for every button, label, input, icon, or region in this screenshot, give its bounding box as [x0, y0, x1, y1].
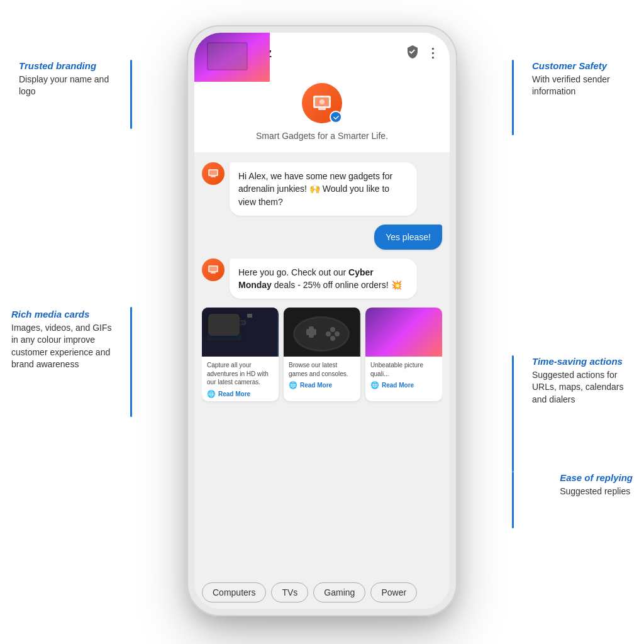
card-camera-read-more[interactable]: 🌐 Read More: [207, 390, 274, 398]
product-card-gaming: Browse our latest games and consoles. 🌐 …: [284, 308, 360, 401]
svg-rect-9: [211, 272, 216, 274]
card-camera-body: Capture all your adventures in HD with o…: [202, 357, 279, 401]
svg-rect-5: [209, 170, 217, 175]
annotation-trusted-branding-desc: Display your name and logo: [19, 74, 119, 98]
shield-icon[interactable]: [405, 44, 420, 62]
svg-point-3: [319, 99, 325, 104]
chat-area: Hi Alex, we have some new gadgets for ad…: [194, 152, 450, 576]
bot-bubble-1: Hi Alex, we have some new gadgets for ad…: [230, 162, 417, 216]
annotation-trusted-branding-title: Trusted branding: [19, 60, 119, 72]
vline-time-saving: [512, 355, 514, 472]
globe-icon-3: 🌐: [370, 381, 379, 389]
card-gaming-body: Browse our latest games and consoles. 🌐 …: [284, 357, 360, 392]
card-gaming-desc: Browse our latest games and consoles.: [289, 361, 355, 378]
annotation-trusted-branding: Trusted branding Display your name and l…: [19, 60, 119, 98]
bot-bubble-2: Here you go. Check out our Cyber Monday …: [230, 258, 417, 299]
card-camera-image: [202, 308, 279, 357]
annotation-customer-safety-desc: With verified sender information: [532, 74, 633, 98]
bot-avatar-1: [202, 162, 225, 185]
annotation-rich-media: Rich media cards Images, videos, and GIF…: [11, 308, 112, 371]
vline-rich-media: [130, 307, 132, 417]
svg-rect-12: [208, 318, 240, 340]
svg-point-13: [216, 320, 226, 330]
product-card-monitor: Unbeatable picture quali... 🌐 Read More: [365, 308, 442, 401]
svg-rect-2: [318, 108, 326, 110]
bot-message-2: Here you go. Check out our Cyber Monday …: [202, 258, 442, 299]
svg-point-26: [330, 336, 335, 341]
user-message-1: Yes please!: [202, 225, 442, 250]
product-card-camera: Capture all your adventures in HD with o…: [202, 308, 279, 401]
svg-rect-8: [209, 267, 217, 271]
annotation-rich-media-desc: Images, videos, and GIFs in any colour i…: [11, 322, 112, 371]
svg-rect-23: [306, 329, 316, 335]
annotation-ease-replying-title: Ease of replying: [560, 472, 633, 484]
phone-screen: ← Gadgetz ⋮: [194, 33, 450, 609]
svg-point-27: [326, 331, 331, 336]
globe-icon-2: 🌐: [289, 381, 297, 389]
vline-trusted-branding: [130, 60, 132, 129]
annotation-time-saving-title: Time-saving actions: [532, 355, 633, 368]
svg-rect-15: [230, 323, 236, 326]
reply-chip-computers[interactable]: Computers: [202, 582, 266, 602]
card-monitor-desc: Unbeatable picture quali...: [370, 361, 437, 378]
svg-point-25: [335, 331, 340, 336]
bot-avatar-2: [202, 258, 225, 281]
reply-chip-power[interactable]: Power: [370, 582, 417, 602]
header-icons: ⋮: [405, 44, 440, 62]
svg-point-21: [295, 318, 348, 350]
phone-shell: ← Gadgetz ⋮: [187, 25, 457, 616]
svg-rect-17: [240, 321, 245, 324]
annotation-time-saving: Time-saving actions Suggested actions fo…: [532, 355, 633, 406]
user-bubble-1: Yes please!: [374, 225, 442, 250]
card-gaming-read-more[interactable]: 🌐 Read More: [289, 381, 355, 389]
brand-section: Smart Gadgets for a Smarter Life.: [194, 70, 450, 152]
bot-message-1: Hi Alex, we have some new gadgets for ad…: [202, 162, 442, 216]
annotation-rich-media-title: Rich media cards: [11, 308, 112, 321]
vline-customer-safety: [512, 60, 514, 135]
more-options-icon[interactable]: ⋮: [426, 45, 440, 60]
product-cards-row: Capture all your adventures in HD with o…: [202, 308, 442, 404]
reply-chip-gaming[interactable]: Gaming: [313, 582, 365, 602]
card-gaming-image: [284, 308, 360, 357]
annotation-ease-replying-desc: Suggested replies: [560, 486, 633, 498]
brand-tagline: Smart Gadgets for a Smarter Life.: [256, 131, 388, 141]
svg-rect-6: [211, 176, 216, 177]
svg-point-24: [330, 327, 335, 332]
verified-badge: [330, 111, 342, 123]
svg-point-14: [218, 322, 224, 328]
phone-mockup: ← Gadgetz ⋮: [187, 25, 457, 616]
suggested-replies: Computers TVs Gaming Power: [194, 576, 450, 609]
annotation-ease-replying: Ease of replying Suggested replies: [560, 472, 633, 497]
card-monitor-image: [365, 308, 442, 357]
annotation-customer-safety: Customer Safety With verified sender inf…: [532, 60, 633, 98]
reply-chip-tvs[interactable]: TVs: [271, 582, 308, 602]
globe-icon: 🌐: [207, 390, 216, 398]
svg-rect-18: [247, 314, 252, 318]
card-monitor-read-more[interactable]: 🌐 Read More: [370, 381, 437, 389]
card-monitor-body: Unbeatable picture quali... 🌐 Read More: [365, 357, 442, 392]
card-camera-desc: Capture all your adventures in HD with o…: [207, 361, 274, 387]
brand-logo-wrap: [302, 83, 342, 123]
annotation-time-saving-desc: Suggested actions for URLs, maps, calend…: [532, 369, 633, 406]
annotation-customer-safety-title: Customer Safety: [532, 60, 633, 72]
vline-ease-replying: [512, 472, 514, 528]
